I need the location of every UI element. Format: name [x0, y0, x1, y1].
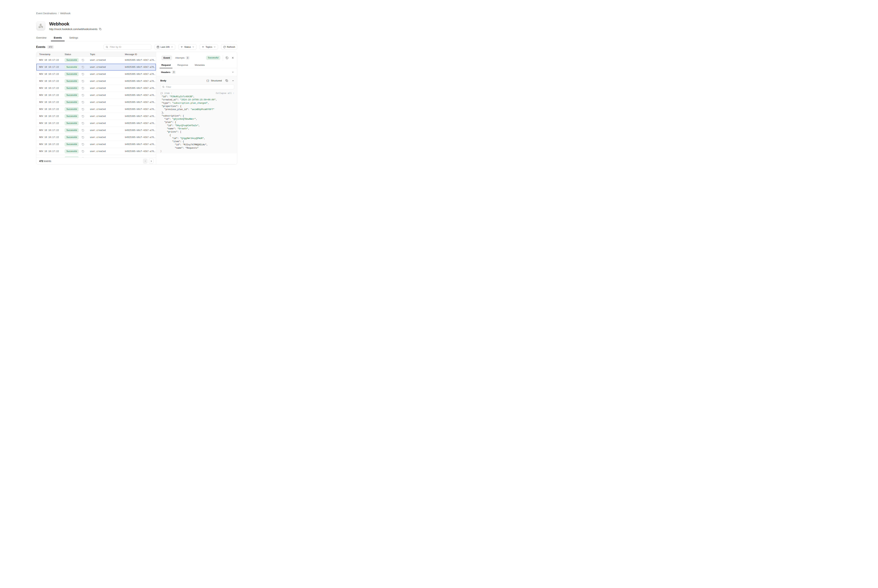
- braces-icon: {}: [206, 79, 209, 82]
- copy-body-icon[interactable]: [226, 79, 228, 82]
- retry-event-icon[interactable]: [226, 57, 229, 59]
- json-line: "id": "5HycQYuqK3eF5a2v",: [160, 124, 234, 127]
- table-row[interactable]: NOV 18 10:17:22Successfuluser.createdb49…: [36, 71, 156, 78]
- panel-bottom-spacer: [156, 153, 237, 164]
- tab-attempts[interactable]: Attempts 3: [175, 56, 189, 60]
- tab-settings[interactable]: Settings: [66, 35, 81, 41]
- status-badge: Successful: [65, 121, 79, 125]
- retry-icon[interactable]: [82, 87, 84, 90]
- retry-icon[interactable]: [82, 150, 84, 153]
- tab-event[interactable]: Event: [161, 56, 172, 60]
- table-row[interactable]: NOV 18 10:17:22Successfuluser.createdb49…: [36, 78, 156, 85]
- table-row[interactable]: NOV 18 10:17:22Successfuluser.createdb49…: [36, 127, 156, 134]
- retry-icon[interactable]: [82, 129, 84, 132]
- row-topic: user.created: [90, 115, 125, 118]
- time-filter-button[interactable]: Last 24h: [155, 44, 175, 50]
- collapse-body-icon[interactable]: [232, 80, 234, 82]
- tab-request[interactable]: Request: [159, 64, 173, 68]
- topics-filter-button[interactable]: Topics: [200, 44, 218, 50]
- row-topic: user.created: [90, 143, 125, 146]
- app-header: Webhook http://mock.hookdeck.com/webhook…: [36, 21, 237, 30]
- collapse-all-button[interactable]: Collapse all ↑: [216, 92, 234, 94]
- status-badge: Successful: [65, 93, 79, 97]
- table-row[interactable]: NOV 18 10:17:22Successfuluser.createdb49…: [36, 148, 156, 155]
- webhook-url: http://mock.hookdeck.com/webhooks/events: [49, 28, 98, 30]
- body-filter-search[interactable]: [160, 84, 234, 89]
- structured-label: Structured: [211, 79, 222, 82]
- row-topic: user.created: [90, 136, 125, 139]
- table-row[interactable]: NOV 18 10:17:22Successfuluser.createdb49…: [36, 99, 156, 106]
- retry-icon[interactable]: [82, 108, 84, 111]
- json-items-meta[interactable]: {1 item ↑: [160, 92, 172, 94]
- row-message-id: b4925365-b8cf-42b7-a76…: [125, 59, 156, 62]
- retry-icon[interactable]: [82, 80, 84, 82]
- row-timestamp: NOV 18 10:17:22: [39, 73, 65, 75]
- tab-response[interactable]: Response: [176, 64, 190, 68]
- table-row[interactable]: NOV 18 10:17:22Successfuluser.createdb49…: [36, 120, 156, 127]
- breadcrumb-event-destinations[interactable]: Event Destinations: [36, 12, 57, 15]
- status-badge: Successful: [65, 128, 79, 132]
- filter-by-id-search[interactable]: [104, 44, 151, 50]
- headers-label: Headers: [161, 71, 170, 74]
- pagination-prev-button[interactable]: [143, 159, 147, 164]
- footer-count-label: events: [44, 160, 51, 162]
- topics-filter-label: Topics: [206, 46, 212, 48]
- retry-icon[interactable]: [82, 136, 84, 139]
- search-input[interactable]: [110, 46, 149, 48]
- chevron-down-icon: [192, 46, 194, 48]
- json-line: "plan": {: [160, 121, 234, 124]
- status-badge: Successful: [65, 72, 79, 76]
- tab-overview[interactable]: Overview: [36, 35, 49, 41]
- breadcrumb-webhook[interactable]: Webhook: [60, 12, 71, 15]
- copy-url-icon[interactable]: [99, 28, 102, 30]
- table-row[interactable]: NOV 18 10:17:22Successfuluser.createdb49…: [36, 141, 156, 148]
- status-badge: Successful: [65, 86, 79, 90]
- page: Event Destinations / Webhook Webhook htt…: [36, 12, 237, 164]
- row-timestamp: NOV 18 10:17:22: [39, 108, 65, 111]
- page-title: Webhook: [49, 21, 102, 27]
- pagination-next-button[interactable]: [149, 159, 153, 164]
- row-topic: user.created: [90, 94, 125, 96]
- row-timestamp: NOV 18 10:17:22: [39, 87, 65, 90]
- retry-icon[interactable]: [82, 94, 84, 96]
- refresh-button[interactable]: Refresh: [221, 44, 237, 50]
- table-row[interactable]: NOV 18 10:17:22Successfuluser.createdb49…: [36, 155, 156, 158]
- row-timestamp: NOV 18 10:17:22: [39, 80, 65, 82]
- status-badge: Successful: [65, 58, 79, 62]
- retry-icon[interactable]: [82, 143, 84, 146]
- retry-icon[interactable]: [82, 122, 84, 124]
- row-timestamp: NOV 18 10:17:22: [39, 129, 65, 132]
- retry-icon[interactable]: [82, 73, 84, 75]
- table-row[interactable]: NOV 18 10:17:22Successfuluser.createdb49…: [36, 64, 156, 71]
- status-badge: Successful: [65, 100, 79, 104]
- table-row[interactable]: NOV 18 10:17:22Successfuluser.createdb49…: [36, 113, 156, 120]
- webhook-icon: [38, 24, 43, 28]
- chevron-down-icon: [213, 46, 216, 48]
- row-topic: user.created: [90, 87, 125, 90]
- retry-icon[interactable]: [82, 66, 84, 68]
- breadcrumb: Event Destinations / Webhook: [36, 12, 237, 15]
- row-message-id: b4925365-b8cf-42b7-a76…: [125, 129, 156, 132]
- tab-events[interactable]: Events: [51, 35, 65, 41]
- row-topic: user.created: [90, 129, 125, 132]
- retry-icon[interactable]: [82, 59, 84, 62]
- table-row[interactable]: NOV 18 10:17:22Successfuluser.createdb49…: [36, 134, 156, 141]
- body-filter-input[interactable]: [166, 86, 232, 88]
- table-row[interactable]: NOV 18 10:17:22Successfuluser.createdb49…: [36, 92, 156, 99]
- headers-section-toggle[interactable]: Headers 3: [156, 68, 237, 76]
- table-row[interactable]: NOV 18 10:17:22Successfuluser.createdb49…: [36, 57, 156, 64]
- tab-metadata[interactable]: Metadata: [193, 64, 206, 68]
- table-row[interactable]: NOV 18 10:17:22Successfuluser.createdb49…: [36, 85, 156, 92]
- json-body-viewer[interactable]: "id": "P2NoRtyZoTc46X3B", "created_at": …: [160, 95, 234, 153]
- json-line: {: [160, 134, 234, 137]
- structured-toggle[interactable]: {} Structured: [206, 79, 222, 82]
- retry-icon[interactable]: [82, 115, 84, 118]
- json-line: "name": "Requests": [160, 147, 234, 150]
- status-filter-button[interactable]: Status: [178, 44, 197, 50]
- retry-icon[interactable]: [82, 101, 84, 104]
- json-line: "id": "MJ2oy747MNQXELAo",: [160, 143, 234, 146]
- table-row[interactable]: NOV 18 10:17:22Successfuluser.createdb49…: [36, 106, 156, 113]
- row-timestamp: NOV 18 10:17:22: [39, 66, 65, 68]
- refresh-icon: [223, 46, 226, 48]
- close-icon[interactable]: [232, 57, 234, 59]
